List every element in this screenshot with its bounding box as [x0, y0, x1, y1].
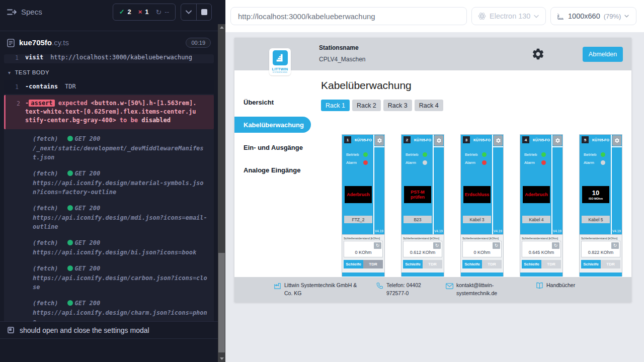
scrollbar-up-arrow[interactable] [220, 26, 224, 29]
tdr-button[interactable]: TDR [601, 260, 620, 268]
card-bottom-strip [342, 273, 384, 277]
stop-button[interactable] [196, 4, 211, 20]
scrollbar-thumb[interactable] [218, 253, 225, 352]
viewport-size: 1000x660 [568, 12, 600, 20]
spec-name: kue705fo [19, 38, 52, 47]
measurement-label: Schleifenwiderstand [kOhm] [581, 237, 620, 240]
card-model: KÜ705-FO [592, 138, 609, 142]
viewport-selector[interactable]: 1000x660 (79%) [550, 7, 636, 25]
card-settings-button[interactable] [494, 135, 503, 146]
refresh-button[interactable]: ↻ [374, 242, 381, 249]
refresh-button[interactable]: ↻ [552, 242, 559, 249]
iso-unit: ISO MOhm [589, 197, 603, 200]
sidebar-item-analoge-eing-nge[interactable]: Analoge Eingänge [234, 162, 311, 178]
electron-icon [478, 12, 486, 20]
tdr-button[interactable]: TDR [423, 260, 442, 268]
fetch-log-row[interactable]: (fetch)GET 200/_next/static/development/… [33, 134, 210, 162]
alarm-led [482, 160, 487, 165]
alarm-led [423, 160, 427, 165]
fetch-log-row[interactable]: (fetch)GET 200https://api.iconify.design… [33, 204, 210, 231]
app-body: ÜbersichtKabelüberwachungEin- und Ausgän… [234, 70, 631, 277]
assert-badge: assert [29, 100, 54, 107]
command-assert-failed[interactable]: 2 -assert expected <button.w-[50%].h-[1.… [4, 95, 214, 129]
card-settings-button[interactable] [612, 135, 621, 146]
measurement-label: Schleifenwiderstand [kOhm] [522, 237, 561, 240]
fetch-label: (fetch) [33, 264, 58, 273]
command-visit[interactable]: 1 visit http://localhost:3000/kabelueber… [4, 54, 214, 63]
email-icon [446, 282, 453, 291]
card-settings-button[interactable] [553, 135, 562, 146]
schleife-button[interactable]: Schleife [581, 260, 601, 268]
spec-file-row[interactable]: kue705fo.cy.ts 00:19 [0, 31, 218, 54]
betrieb-led [363, 152, 368, 157]
card-bottom-strip [461, 273, 503, 277]
measurement-box: ↻0 KOhm [462, 241, 502, 257]
firmware-version: V4.19 [553, 229, 561, 233]
schleife-button[interactable]: Schleife [344, 260, 363, 268]
firmware-version: V4.19 [434, 229, 443, 233]
alarm-led [363, 160, 368, 165]
test-body-section-header[interactable]: ▾ TEST BODY [4, 63, 214, 80]
alarm-label: Alarm [406, 160, 423, 165]
sidebar-item--bersicht[interactable]: Übersicht [234, 94, 311, 110]
next-test-row[interactable]: should open and close the settings modal [0, 321, 218, 339]
card-settings-button[interactable] [434, 135, 443, 146]
fetch-log-row[interactable]: (fetch)GET 200https://api.iconify.design… [33, 299, 210, 321]
reporter-controls [181, 4, 212, 21]
card-model: KÜ705-FO [473, 138, 491, 142]
alarm-message: Erdschluss [465, 192, 490, 197]
tdr-button[interactable]: TDR [363, 260, 383, 268]
footer-item[interactable]: kontakt@littwin-systemtechnik.de [446, 282, 505, 298]
rack-tabs: Rack 1Rack 2Rack 3Rack 4 [321, 100, 631, 111]
footer-item[interactable]: Littwin Systemtechnik GmbH & Co. KG [274, 282, 361, 298]
refresh-button[interactable]: ↻ [433, 242, 441, 249]
tab-rack-3[interactable]: Rack 3 [383, 100, 412, 111]
specs-label: Specs [21, 8, 42, 16]
tdr-button[interactable]: TDR [482, 260, 502, 268]
refresh-button[interactable]: ↻ [493, 242, 500, 249]
schleife-button[interactable]: Schleife [462, 260, 482, 268]
fetch-status: GET 200 [75, 169, 101, 178]
tab-rack-4[interactable]: Rack 4 [415, 100, 443, 111]
spec-file-icon [7, 39, 15, 47]
collapse-button[interactable] [181, 4, 196, 20]
footer-item[interactable]: Telefon: 04402 972577-0 [376, 282, 438, 298]
visit-command-block: 1 visit http://localhost:3000/kabelueber… [4, 54, 214, 63]
specs-menu-button[interactable]: Specs [7, 8, 42, 16]
logout-button[interactable]: Abmelden [583, 47, 623, 62]
book-icon [536, 282, 543, 291]
card-number: 2 [404, 136, 411, 143]
scrollbar-track[interactable] [218, 24, 225, 362]
tdr-button[interactable]: TDR [541, 260, 561, 268]
fetch-log-row[interactable]: (fetch)GET 200https://api.iconify.design… [33, 238, 210, 257]
schleife-button[interactable]: Schleife [522, 260, 541, 268]
card-settings-button[interactable] [375, 135, 384, 146]
fetch-url: https://api.iconify.design/bi.json?icons… [33, 248, 210, 257]
tab-rack-1[interactable]: Rack 1 [321, 100, 350, 111]
ruler-icon [557, 13, 565, 20]
card-display: 3KÜ705-FOBetriebAlarmErdschlussKabel 3V4… [461, 135, 503, 234]
tab-rack-2[interactable]: Rack 2 [352, 100, 381, 111]
fetch-log-row[interactable]: (fetch)GET 200https://api.iconify.design… [33, 169, 210, 197]
device-card-5: 5KÜ705-FOBetriebAlarm10ISO MOhmKabel 5V4… [579, 134, 622, 277]
measurement-label: Schleifenwiderstand [kOhm] [462, 237, 502, 240]
footer-item[interactable]: Handbücher [536, 282, 575, 291]
card-divider [492, 135, 493, 234]
sidebar-item-kabel-berwachung[interactable]: Kabelüberwachung [234, 117, 311, 133]
browser-selector[interactable]: Electron 130 [471, 7, 546, 25]
schleife-button[interactable]: Schleife [403, 260, 423, 268]
settings-gear-button[interactable] [531, 47, 545, 61]
status-message-box: Aderbruch [345, 186, 372, 203]
url-input[interactable]: http://localhost:3000/kabelueberwachung [230, 7, 467, 25]
refresh-button[interactable]: ↻ [611, 242, 619, 249]
command-contains[interactable]: 1 -contains TDR [4, 80, 214, 94]
fetch-url: https://api.iconify.design/carbon.json?i… [33, 274, 210, 292]
fetch-log-row[interactable]: (fetch)GET 200https://api.iconify.design… [33, 264, 210, 292]
card-display: 2KÜ705-FOBetriebAlarmPST-M prüfenB23V4.1… [401, 135, 444, 234]
test-stats: ✓2 ×1 ↻-- [113, 4, 176, 21]
sidebar-item-ein-und-ausg-nge[interactable]: Ein- und Ausgänge [234, 139, 311, 155]
cable-name: Kabel 4 [522, 216, 550, 223]
scrollbar-down-arrow[interactable] [220, 357, 224, 360]
betrieb-label: Betrieb [584, 152, 601, 157]
alarm-label: Alarm [584, 160, 601, 165]
